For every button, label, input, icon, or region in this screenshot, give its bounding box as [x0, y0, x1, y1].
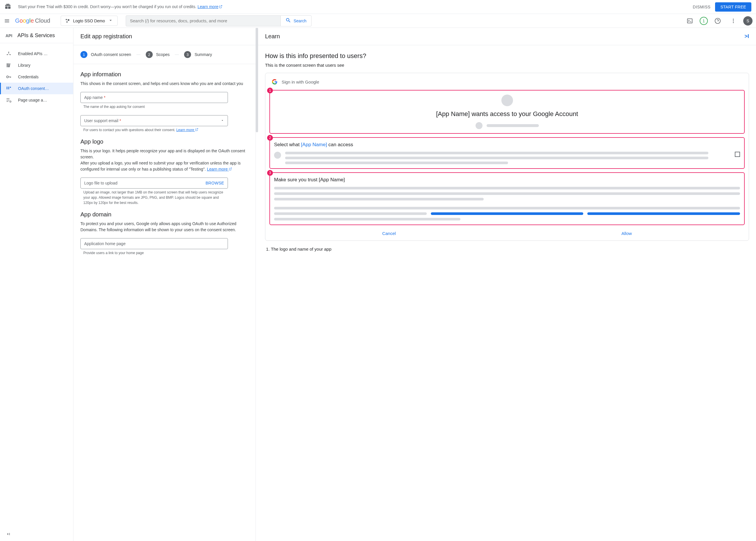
scrollbar-thumb[interactable] [256, 28, 258, 132]
app-name-field[interactable]: App name * [80, 92, 228, 103]
top-nav: Google Cloud Logto SSO Demo Search 1 S [0, 14, 756, 28]
promo-text: Start your Free Trial with $300 in credi… [18, 4, 222, 9]
sidebar-item-enabled-apis[interactable]: Enabled APIs … [0, 48, 73, 60]
project-selector[interactable]: Logto SSO Demo [61, 16, 118, 26]
mock-heading: Select what [App Name] can access [274, 142, 740, 148]
mock-permission-row [274, 152, 740, 164]
step-scopes[interactable]: 2 Scopes [146, 51, 170, 58]
section-app-information: App information This shows in the consen… [73, 64, 255, 268]
collapse-panel-icon[interactable]: >I [744, 33, 749, 39]
mock-box-1: 1 [App Name] wants access to your Google… [269, 90, 745, 134]
learn-panel: Learn >I How is this info presented to u… [258, 28, 756, 541]
cloud-shell-icon[interactable] [684, 15, 696, 27]
promo-right: DISMISS START FREE [693, 2, 751, 12]
sidebar-item-library[interactable]: Library [0, 60, 73, 71]
sidebar-header[interactable]: API APIs & Services [0, 28, 73, 43]
mock-heading: [App Name] wants access to your Google A… [274, 110, 740, 119]
sidebar-item-label: Page usage a… [18, 98, 47, 102]
svg-rect-18 [8, 87, 9, 88]
sidebar-collapse-icon[interactable] [6, 531, 11, 538]
svg-rect-12 [7, 63, 8, 67]
mock-checkbox [735, 152, 740, 157]
step-number: 1 [80, 51, 87, 58]
sidebar-item-page-usage[interactable]: Page usage a… [0, 94, 73, 106]
sidebar: API APIs & Services Enabled APIs … Libra… [0, 28, 73, 541]
sidebar-item-label: Library [18, 63, 30, 68]
start-free-button[interactable]: START FREE [715, 2, 751, 12]
svg-point-15 [7, 76, 9, 78]
search-button[interactable]: Search [281, 15, 311, 26]
google-icon [272, 79, 278, 85]
mock-signin-row: Sign in with Google [269, 79, 745, 85]
learn-more-link[interactable]: Learn more [207, 167, 232, 172]
svg-point-7 [733, 22, 734, 23]
learn-header: Learn >I [258, 28, 756, 45]
more-vert-icon[interactable] [728, 15, 739, 27]
sidebar-item-label: Enabled APIs … [18, 51, 48, 56]
learn-more-link[interactable]: Learn more [176, 128, 198, 132]
logo-upload-field[interactable]: Logo file to upload BROWSE [80, 178, 228, 189]
svg-rect-14 [9, 63, 10, 67]
svg-text:API: API [6, 33, 12, 38]
notification-badge[interactable]: 1 [700, 17, 708, 25]
mock-signin-text: Sign in with Google [282, 80, 319, 84]
svg-point-11 [10, 54, 10, 55]
mock-box-2: 2 Select what [App Name] can access [269, 137, 745, 169]
svg-rect-13 [8, 63, 9, 67]
svg-point-10 [7, 54, 8, 55]
search-box[interactable] [126, 15, 281, 26]
gift-icon [5, 3, 11, 10]
step-separator [136, 55, 141, 55]
home-page-field[interactable]: Application home page [80, 238, 228, 249]
avatar[interactable]: S [743, 16, 753, 26]
layout: API APIs & Services Enabled APIs … Libra… [0, 28, 756, 541]
mock-box-number: 2 [267, 135, 273, 141]
step-separator [175, 55, 179, 55]
mock-actions: Cancel Allow [269, 231, 745, 236]
scrollbar[interactable] [256, 28, 258, 541]
section-desc: This shows in the consent screen, and he… [80, 81, 249, 87]
step-oauth-consent[interactable]: 1 OAuth consent screen [80, 51, 131, 58]
learn-body: How is this info presented to users? Thi… [258, 45, 756, 259]
help-icon[interactable] [712, 15, 723, 27]
field-hint: The name of the app asking for consent [83, 104, 228, 109]
step-summary[interactable]: 3 Summary [184, 51, 212, 58]
sidebar-title: APIs & Services [17, 33, 55, 39]
learn-heading: How is this info presented to users? [265, 52, 749, 60]
step-number: 2 [146, 51, 153, 58]
svg-rect-16 [7, 87, 8, 88]
search-input[interactable] [130, 18, 277, 23]
promo-learn-more-link[interactable]: Learn more [198, 4, 223, 9]
external-link-icon [219, 5, 222, 9]
support-email-field[interactable]: User support email * [80, 115, 228, 126]
dismiss-button[interactable]: DISMISS [693, 5, 710, 9]
mock-box-number: 3 [267, 170, 273, 176]
mock-heading: Make sure you trust [App Name] [274, 177, 740, 183]
svg-point-1 [68, 19, 69, 21]
mock-avatar-placeholder [501, 95, 513, 106]
sidebar-item-label: Credentials [18, 75, 39, 79]
svg-rect-3 [687, 19, 692, 23]
chevron-down-icon [221, 118, 224, 123]
section-title: App domain [80, 211, 249, 218]
field-hint: For users to contact you with questions … [83, 127, 228, 133]
search-icon [285, 17, 291, 24]
mock-allow-button: Allow [622, 231, 632, 236]
svg-point-6 [733, 20, 734, 21]
project-name: Logto SSO Demo [73, 19, 105, 23]
nav-right: 1 S [684, 15, 753, 27]
sidebar-item-oauth-consent[interactable]: OAuth consent… [0, 83, 73, 94]
promo-left: Start your Free Trial with $300 in credi… [5, 3, 222, 10]
step-number: 3 [184, 51, 191, 58]
sidebar-item-credentials[interactable]: Credentials [0, 71, 73, 83]
svg-rect-19 [8, 88, 9, 89]
hamburger-menu-icon[interactable] [3, 17, 10, 24]
consent-mock: Sign in with Google 1 [App Name] wants a… [265, 73, 749, 241]
section-title: App logo [80, 138, 249, 145]
content-area: Edit app registration 1 OAuth consent sc… [73, 28, 256, 541]
svg-point-5 [733, 19, 734, 19]
google-cloud-logo[interactable]: Google Cloud [15, 17, 50, 24]
field-hint: Upload an image, not larger than 1MB on … [83, 190, 228, 206]
search-wrap: Search [126, 15, 312, 26]
browse-button[interactable]: BROWSE [206, 181, 224, 185]
